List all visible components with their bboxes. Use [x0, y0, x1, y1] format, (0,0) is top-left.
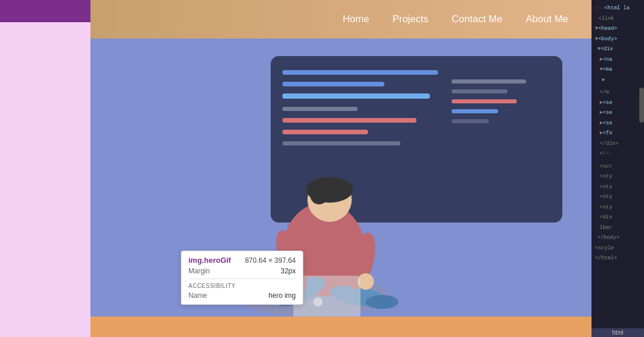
code-line-17: <scr [592, 162, 644, 172]
svg-point-9 [366, 295, 398, 309]
nav-projects[interactable]: Projects [393, 13, 428, 25]
left-panel [0, 0, 90, 337]
inspector-accessibility-title: ACCESSIBILITY [188, 283, 296, 289]
main-content-area: Home Projects Contact Me About Me [90, 0, 592, 337]
left-panel-top-bar [0, 0, 90, 22]
code-line-20: <sty [592, 192, 644, 203]
scrollbar[interactable] [639, 88, 644, 123]
nav-contact[interactable]: Contact Me [452, 13, 502, 25]
inspector-name-label: Name [188, 291, 207, 300]
code-line-3[interactable]: ▼<body> [592, 34, 644, 45]
bottom-orange-bar [90, 319, 592, 337]
inspector-tooltip: img.heroGif 870.64 × 397.64 Margin 32px … [181, 251, 303, 305]
code-line-6[interactable]: ▼<ma [592, 65, 644, 75]
code-line-11[interactable]: ►<se [592, 108, 644, 119]
code-line-4[interactable]: ▼<div [592, 44, 644, 55]
code-line-23: lbar [592, 223, 644, 234]
code-line-14: </div> [592, 139, 644, 150]
code-inspector-panel: ···<html la <link ▼<head> ▼<body> ▼<div … [592, 0, 644, 337]
inspector-class-name: img.heroGif [188, 256, 231, 265]
svg-point-5 [310, 187, 328, 204]
code-line-5[interactable]: ►<na [592, 55, 644, 65]
code-line-12[interactable]: ►<se [592, 119, 644, 129]
code-line-9: </m [592, 88, 644, 98]
code-line-21: <sty [592, 203, 644, 213]
html-tab[interactable]: html [592, 328, 644, 337]
navbar: Home Projects Contact Me About Me [90, 0, 592, 39]
inspector-dimensions: 870.64 × 397.64 [245, 256, 296, 265]
inspector-divider [188, 279, 296, 279]
code-line-1: <link [592, 14, 644, 25]
code-line-0: ···<html la [592, 4, 644, 14]
hero-section [90, 39, 592, 319]
code-line-2[interactable]: ▼<head> [592, 24, 644, 34]
code-line-10[interactable]: ►<se [592, 98, 644, 109]
code-line-18: <sty [592, 172, 644, 182]
code-line-13[interactable]: ►<fo [592, 128, 644, 139]
svg-point-15 [313, 297, 323, 307]
code-line-26: </html> [592, 253, 644, 264]
nav-home[interactable]: Home [343, 13, 369, 25]
inspector-margin-label: Margin [188, 267, 210, 275]
code-line-7: ► [592, 75, 644, 86]
code-line-22[interactable]: <div [592, 213, 644, 223]
hero-bottom-accent [90, 317, 592, 319]
nav-links: Home Projects Contact Me About Me [343, 13, 568, 25]
code-line-24: </body> [592, 233, 644, 244]
inspector-margin-value: 32px [281, 267, 296, 275]
nav-about[interactable]: About Me [526, 13, 568, 25]
code-line-25: <style [592, 244, 644, 254]
code-line-15: <!-- [592, 149, 644, 159]
code-line-19: <sty [592, 182, 644, 193]
inspector-name-value: hero img [268, 291, 296, 300]
svg-rect-14 [293, 276, 360, 319]
